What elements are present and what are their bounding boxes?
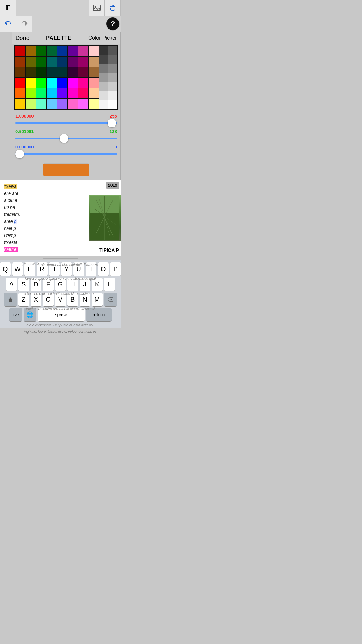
color-cell[interactable] [15,99,25,109]
key-j[interactable]: J [80,278,90,291]
key-g[interactable]: G [55,278,66,291]
color-cell[interactable] [57,67,67,77]
color-cell[interactable] [15,88,25,98]
color-cell[interactable] [57,88,67,98]
color-cell[interactable] [57,46,67,56]
gray-cell[interactable] [99,55,108,64]
color-cell[interactable] [36,67,46,77]
gray-cell[interactable] [108,64,117,73]
key-a[interactable]: A [6,278,17,291]
gray-cell[interactable] [108,91,117,100]
key-n[interactable]: N [80,293,90,306]
key-f[interactable]: F [43,278,54,291]
key-d[interactable]: D [31,278,41,291]
blue-slider-thumb[interactable] [15,150,24,158]
color-cell[interactable] [68,67,78,77]
color-cell[interactable] [36,78,46,88]
shift-button[interactable] [4,293,17,306]
gray-cell[interactable] [99,91,108,100]
color-cell[interactable] [47,57,57,66]
color-cell[interactable] [15,78,25,88]
color-cell[interactable] [68,78,78,88]
color-cell[interactable] [78,88,88,98]
image-button[interactable] [89,0,105,16]
color-cell[interactable] [15,67,25,77]
done-button[interactable]: Done [15,35,29,41]
gray-cell[interactable] [108,100,117,109]
color-cell[interactable] [36,99,46,109]
undo-button[interactable] [0,16,16,32]
color-cell[interactable] [47,67,57,77]
key-c[interactable]: C [43,293,54,306]
green-slider-track[interactable] [15,134,117,143]
key-q[interactable]: Q [0,262,11,276]
key-t[interactable]: T [49,262,60,276]
color-cell[interactable] [68,57,78,66]
green-slider-thumb[interactable] [60,134,68,143]
gray-cell[interactable] [99,46,108,55]
color-cell[interactable] [68,88,78,98]
gray-cell[interactable] [99,64,108,73]
gray-cell[interactable] [99,82,108,91]
color-cell[interactable] [89,67,99,77]
gray-cell[interactable] [108,55,117,64]
help-button[interactable]: ? [106,17,120,31]
key-u[interactable]: U [73,262,84,276]
color-cell[interactable] [57,78,67,88]
color-cell[interactable] [47,88,57,98]
color-cell[interactable] [26,57,36,66]
blue-slider-track[interactable] [15,150,117,158]
redo-button[interactable] [16,16,32,32]
color-cell[interactable] [26,88,36,98]
color-cell[interactable] [26,78,36,88]
key-e[interactable]: E [24,262,35,276]
color-cell[interactable] [68,99,78,109]
color-picker-tab[interactable]: Color Picker [88,35,117,41]
key-s[interactable]: S [18,278,29,291]
key-y[interactable]: Y [61,262,72,276]
color-cell[interactable] [36,88,46,98]
gray-cell[interactable] [108,46,117,55]
key-p[interactable]: P [110,262,121,276]
color-cell[interactable] [36,57,46,66]
anchor-button[interactable] [105,0,121,16]
color-cell[interactable] [47,78,57,88]
color-cell[interactable] [89,99,99,109]
color-cell[interactable] [15,46,25,56]
color-cell[interactable] [26,46,36,56]
key-globe[interactable]: 🌐 [24,308,36,321]
key-m[interactable]: M [92,293,103,306]
color-cell[interactable] [78,67,88,77]
key-r[interactable]: R [37,262,48,276]
color-cell[interactable] [57,99,67,109]
key-k[interactable]: K [92,278,103,291]
key-o[interactable]: O [98,262,109,276]
color-cell[interactable] [47,99,57,109]
key-return[interactable]: return [86,308,112,321]
font-button[interactable]: F [0,0,16,16]
color-cell[interactable] [26,99,36,109]
gray-cell[interactable] [99,73,108,82]
backspace-button[interactable] [104,293,117,306]
palette-tab[interactable]: PALETTE [46,35,72,41]
key-w[interactable]: W [12,262,23,276]
key-x[interactable]: X [31,293,41,306]
gray-cell[interactable] [108,73,117,82]
color-cell[interactable] [78,78,88,88]
color-cell[interactable] [15,57,25,66]
red-slider-thumb[interactable] [108,119,116,127]
gray-cell[interactable] [108,82,117,91]
red-slider-track[interactable] [15,119,117,127]
color-cell[interactable] [89,57,99,66]
key-b[interactable]: B [67,293,78,306]
color-cell[interactable] [78,99,88,109]
key-space[interactable]: space [38,308,85,321]
color-cell[interactable] [89,88,99,98]
color-cell[interactable] [78,46,88,56]
key-v[interactable]: V [55,293,66,306]
key-123[interactable]: 123 [9,308,22,321]
key-z[interactable]: Z [18,293,29,306]
gray-cell[interactable] [99,100,108,109]
color-cell[interactable] [47,46,57,56]
color-cell[interactable] [89,78,99,88]
